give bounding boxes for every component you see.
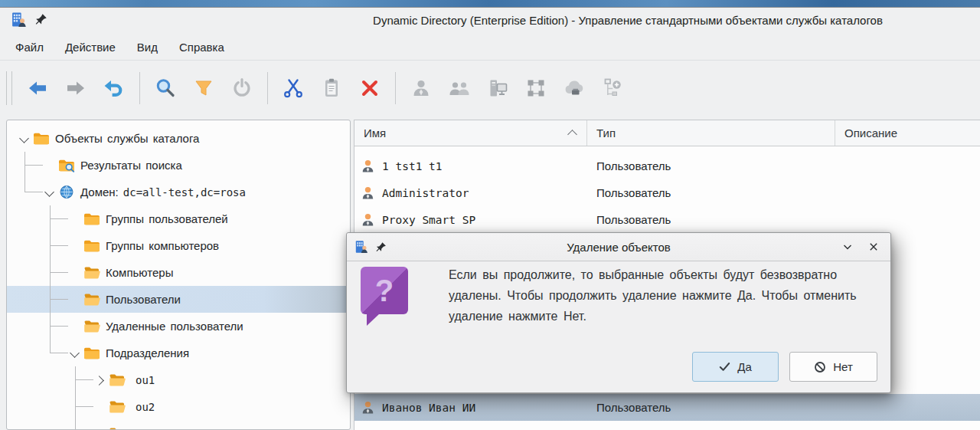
question-icon: ? [361, 267, 408, 314]
toolbar-separator [395, 72, 396, 104]
table-row[interactable]: Иванов Иван ИИ Пользователь [354, 394, 980, 421]
row-type: Пользователь [587, 213, 835, 226]
search-button[interactable] [148, 71, 183, 106]
tree-item-label: Группы пользователей [106, 212, 228, 225]
tree-item[interactable]: Пользователи [7, 286, 350, 313]
cloud-button[interactable] [557, 71, 592, 106]
tree-connector [50, 218, 68, 219]
forward-button[interactable] [58, 71, 93, 106]
desktop-screenshot: Dynamic Directory (Enterprise Edition) -… [0, 0, 980, 430]
globe-icon [58, 185, 75, 199]
row-type: Пользователь [587, 159, 835, 172]
name-cell: 1 tst1 t1 [354, 159, 587, 173]
tree-connector [50, 245, 68, 246]
pin-icon [34, 13, 47, 26]
ban-icon [814, 361, 826, 373]
window-title: Dynamic Directory (Enterprise Edition) -… [276, 8, 980, 34]
tree-item[interactable]: Компьютеры [7, 259, 350, 286]
folder-open-icon [83, 265, 100, 280]
expander-icon[interactable] [18, 132, 31, 146]
expander-icon[interactable] [68, 266, 82, 280]
menu-view[interactable]: Вид [126, 36, 168, 58]
name-cell: Administrator [354, 185, 587, 200]
table-row[interactable]: Administrator Пользователь [354, 179, 980, 206]
folder-open-icon [83, 292, 100, 307]
delete-button[interactable] [352, 71, 387, 106]
expander-icon[interactable] [93, 427, 107, 430]
table-row[interactable]: Proxy Smart SP Пользователь [354, 206, 980, 233]
add-ou-button[interactable] [595, 71, 630, 106]
toolbar-drag-handle[interactable] [6, 71, 12, 105]
tree-item[interactable]: Группы компьютеров [7, 232, 350, 259]
refresh-button[interactable] [224, 71, 260, 106]
tree-connector [24, 152, 25, 192]
expander-icon[interactable] [68, 320, 82, 333]
tree-item[interactable]: Результаты поиска [7, 152, 350, 179]
filter-button[interactable] [186, 71, 221, 106]
menu-file[interactable]: Файл [5, 36, 54, 58]
folder-closed-icon [83, 238, 100, 253]
tree-item[interactable]: Подразделения [7, 340, 350, 366]
network-button[interactable] [518, 71, 554, 106]
expander-icon[interactable] [68, 239, 82, 253]
folder-open-icon [109, 426, 126, 430]
expander-icon[interactable] [68, 293, 82, 307]
window-titlebar[interactable]: Dynamic Directory (Enterprise Edition) -… [0, 8, 980, 34]
dialog-titlebar[interactable]: Удаление объектов [347, 233, 890, 261]
back-button[interactable] [20, 71, 55, 106]
tree-item[interactable]: ou2 [7, 393, 350, 420]
shade-button[interactable] [840, 239, 855, 254]
tree-item[interactable]: Удаленные пользователи [7, 313, 350, 340]
tree-connector [24, 192, 43, 192]
folder-closed-icon [83, 346, 100, 360]
tree-item-label: Домен: [80, 185, 119, 199]
column-header-type[interactable]: Тип [587, 120, 835, 146]
undo-button[interactable] [96, 71, 132, 106]
add-computer-button[interactable] [480, 71, 515, 106]
tree-item-value: ou3 [136, 428, 155, 430]
cut-button[interactable] [276, 71, 311, 106]
yes-button[interactable]: Да [692, 352, 779, 382]
tree-item[interactable]: Домен: dc=all-test,dc=rosa [7, 179, 350, 205]
add-group-button[interactable] [442, 71, 477, 106]
menu-action[interactable]: Действие [54, 36, 126, 58]
no-button[interactable]: Нет [789, 352, 877, 382]
folder-closed-icon [83, 212, 100, 226]
expander-icon[interactable] [93, 400, 107, 414]
column-label: Описание [844, 126, 897, 140]
name-cell: Proxy Smart SP [354, 212, 587, 227]
tree-connector [75, 379, 93, 380]
tree-item-value: ou2 [136, 401, 155, 413]
menu-help[interactable]: Справка [168, 36, 235, 58]
pin-icon [375, 241, 387, 253]
tree-connector [50, 326, 68, 327]
close-button[interactable] [866, 239, 881, 254]
expander-icon[interactable] [93, 373, 107, 387]
tree-item[interactable]: ou3 [7, 420, 350, 430]
column-header-description[interactable]: Описание [835, 120, 980, 146]
user-icon [361, 400, 375, 415]
add-group-icon [448, 77, 471, 100]
tree-item-label: Пользователи [106, 293, 181, 306]
expander-icon[interactable] [43, 159, 57, 172]
table-row[interactable]: 1 tst1 t1 Пользователь [354, 153, 980, 179]
paste-button[interactable] [314, 71, 349, 106]
column-header-name[interactable]: Имя [354, 120, 587, 146]
tree-panel: Объекты службы каталога Результаты поиск… [6, 120, 351, 430]
desktop-wallpaper [0, 0, 980, 8]
column-label: Тип [596, 126, 616, 140]
tree-item[interactable]: ou1 [7, 366, 350, 393]
shade-icon [842, 241, 853, 252]
tree-item[interactable]: Группы пользователей [7, 205, 350, 232]
tree-item-label: Подразделения [106, 346, 189, 359]
expander-icon[interactable] [43, 185, 57, 199]
refresh-icon [230, 77, 253, 100]
expander-icon[interactable] [68, 346, 82, 360]
expander-icon[interactable] [68, 212, 82, 226]
dialog-title: Удаление объектов [347, 241, 890, 254]
back-icon [26, 77, 49, 100]
toolbar-separator [267, 72, 268, 104]
tree-item[interactable]: Объекты службы каталога [7, 125, 350, 152]
yes-label: Да [737, 360, 752, 373]
add-user-button[interactable] [403, 71, 439, 106]
